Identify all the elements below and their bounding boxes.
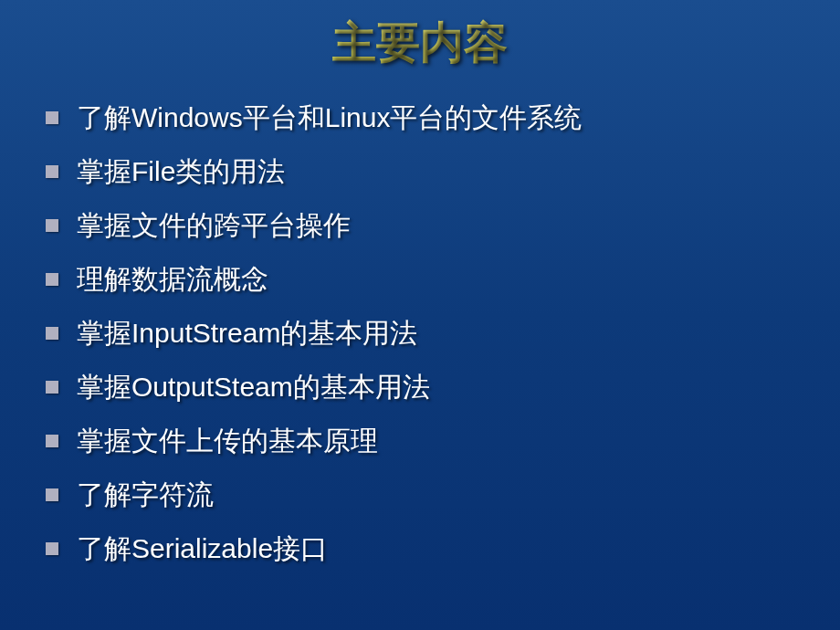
- bullet-text: 掌握InputStream的基本用法: [77, 315, 417, 351]
- bullet-icon: [46, 488, 58, 501]
- list-item: 了解Serializable接口: [46, 530, 813, 566]
- list-item: 掌握文件的跨平台操作: [46, 207, 813, 243]
- list-item: 了解字符流: [46, 477, 813, 512]
- slide-container: 主要内容 了解Windows平台和Linux平台的文件系统 掌握File类的用法…: [0, 0, 840, 612]
- list-item: 掌握InputStream的基本用法: [46, 315, 813, 351]
- bullet-icon: [46, 435, 58, 447]
- bullet-list: 了解Windows平台和Linux平台的文件系统 掌握File类的用法 掌握文件…: [27, 100, 813, 566]
- bullet-text: 理解数据流概念: [77, 261, 268, 297]
- bullet-text: 掌握File类的用法: [77, 153, 285, 189]
- list-item: 掌握File类的用法: [46, 153, 813, 189]
- list-item: 了解Windows平台和Linux平台的文件系统: [46, 100, 813, 135]
- bullet-icon: [46, 111, 58, 124]
- bullet-text: 掌握文件的跨平台操作: [77, 207, 351, 243]
- bullet-text: 了解Windows平台和Linux平台的文件系统: [77, 100, 582, 135]
- bullet-icon: [46, 542, 58, 555]
- bullet-icon: [46, 219, 58, 232]
- list-item: 掌握OutputSteam的基本用法: [46, 369, 813, 404]
- slide-title: 主要内容: [27, 14, 813, 72]
- bullet-icon: [46, 273, 58, 286]
- bullet-icon: [46, 381, 58, 394]
- bullet-text: 了解Serializable接口: [77, 530, 328, 566]
- list-item: 理解数据流概念: [46, 261, 813, 297]
- bullet-text: 掌握文件上传的基本原理: [77, 423, 378, 458]
- bullet-text: 掌握OutputSteam的基本用法: [77, 369, 430, 404]
- bullet-icon: [46, 327, 58, 340]
- bullet-text: 了解字符流: [77, 477, 214, 512]
- title-text: 主要内容: [332, 18, 508, 67]
- bullet-icon: [46, 165, 58, 178]
- list-item: 掌握文件上传的基本原理: [46, 423, 813, 458]
